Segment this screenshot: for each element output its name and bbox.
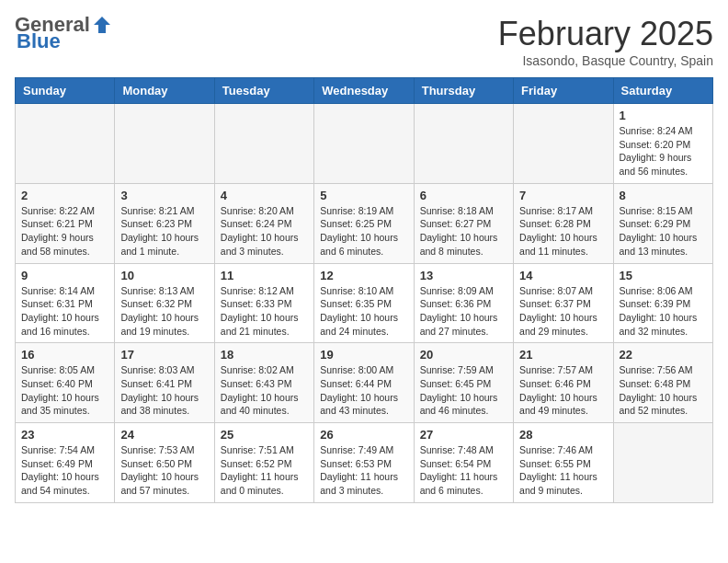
day-number: 1	[620, 109, 707, 122]
calendar-table: SundayMondayTuesdayWednesdayThursdayFrid…	[15, 77, 713, 503]
day-number: 23	[21, 428, 108, 442]
day-number: 7	[519, 189, 607, 202]
weekday-header: Thursday	[414, 78, 513, 104]
calendar-cell: 16Sunrise: 8:05 AM Sunset: 6:40 PM Dayli…	[16, 343, 115, 423]
calendar-cell: 22Sunrise: 7:56 AM Sunset: 6:48 PM Dayli…	[613, 343, 712, 423]
calendar-header-row: SundayMondayTuesdayWednesdayThursdayFrid…	[16, 78, 713, 104]
calendar-cell: 23Sunrise: 7:54 AM Sunset: 6:49 PM Dayli…	[16, 423, 115, 503]
calendar-cell: 5Sunrise: 8:19 AM Sunset: 6:25 PM Daylig…	[314, 183, 414, 263]
calendar-week-row: 23Sunrise: 7:54 AM Sunset: 6:49 PM Dayli…	[16, 423, 713, 503]
weekday-header: Wednesday	[314, 78, 414, 104]
day-info: Sunrise: 7:54 AM Sunset: 6:49 PM Dayligh…	[21, 443, 108, 498]
day-number: 24	[120, 428, 208, 442]
day-number: 4	[221, 189, 308, 202]
day-info: Sunrise: 7:48 AM Sunset: 6:54 PM Dayligh…	[420, 443, 507, 498]
calendar-cell: 24Sunrise: 7:53 AM Sunset: 6:50 PM Dayli…	[115, 423, 214, 503]
day-info: Sunrise: 8:17 AM Sunset: 6:28 PM Dayligh…	[519, 204, 607, 259]
day-info: Sunrise: 8:05 AM Sunset: 6:40 PM Dayligh…	[21, 363, 108, 418]
day-number: 5	[320, 189, 407, 202]
day-number: 9	[21, 269, 108, 282]
day-number: 3	[120, 189, 208, 202]
day-info: Sunrise: 7:46 AM Sunset: 6:55 PM Dayligh…	[519, 443, 607, 498]
day-info: Sunrise: 8:12 AM Sunset: 6:33 PM Dayligh…	[221, 284, 308, 339]
location: Isasondo, Basque Country, Spain	[498, 53, 713, 68]
title-block: February 2025 Isasondo, Basque Country, …	[498, 15, 713, 68]
calendar-cell	[613, 423, 712, 503]
day-number: 18	[221, 348, 308, 362]
day-number: 8	[620, 189, 707, 202]
day-info: Sunrise: 8:00 AM Sunset: 6:44 PM Dayligh…	[320, 363, 407, 418]
day-number: 25	[221, 428, 308, 442]
calendar-cell: 19Sunrise: 8:00 AM Sunset: 6:44 PM Dayli…	[314, 343, 414, 423]
day-info: Sunrise: 8:13 AM Sunset: 6:32 PM Dayligh…	[120, 284, 208, 339]
calendar-cell: 25Sunrise: 7:51 AM Sunset: 6:52 PM Dayli…	[214, 423, 313, 503]
day-info: Sunrise: 8:18 AM Sunset: 6:27 PM Dayligh…	[420, 204, 507, 259]
day-number: 20	[420, 348, 507, 362]
day-info: Sunrise: 7:53 AM Sunset: 6:50 PM Dayligh…	[120, 443, 208, 498]
day-info: Sunrise: 8:09 AM Sunset: 6:36 PM Dayligh…	[420, 284, 507, 339]
day-number: 22	[620, 348, 707, 362]
day-number: 10	[120, 269, 208, 282]
day-number: 16	[21, 348, 108, 362]
day-info: Sunrise: 8:19 AM Sunset: 6:25 PM Dayligh…	[320, 204, 407, 259]
day-number: 28	[519, 428, 607, 442]
calendar-cell: 1Sunrise: 8:24 AM Sunset: 6:20 PM Daylig…	[613, 104, 712, 184]
day-info: Sunrise: 8:22 AM Sunset: 6:21 PM Dayligh…	[21, 204, 108, 259]
day-number: 17	[120, 348, 208, 362]
calendar-week-row: 2Sunrise: 8:22 AM Sunset: 6:21 PM Daylig…	[16, 183, 713, 263]
calendar-cell: 2Sunrise: 8:22 AM Sunset: 6:21 PM Daylig…	[16, 183, 115, 263]
calendar-cell	[314, 104, 414, 184]
weekday-header: Monday	[115, 78, 214, 104]
calendar-cell: 27Sunrise: 7:48 AM Sunset: 6:54 PM Dayli…	[414, 423, 513, 503]
calendar-cell: 7Sunrise: 8:17 AM Sunset: 6:28 PM Daylig…	[514, 183, 613, 263]
weekday-header: Saturday	[613, 78, 712, 104]
day-number: 21	[519, 348, 607, 362]
calendar-cell: 9Sunrise: 8:14 AM Sunset: 6:31 PM Daylig…	[16, 263, 115, 343]
day-info: Sunrise: 8:06 AM Sunset: 6:39 PM Dayligh…	[620, 284, 707, 339]
day-info: Sunrise: 7:56 AM Sunset: 6:48 PM Dayligh…	[620, 363, 707, 418]
svg-marker-0	[94, 17, 110, 33]
day-info: Sunrise: 8:14 AM Sunset: 6:31 PM Dayligh…	[21, 284, 108, 339]
day-info: Sunrise: 8:03 AM Sunset: 6:41 PM Dayligh…	[120, 363, 208, 418]
logo: General Blue	[15, 15, 112, 52]
day-number: 13	[420, 269, 507, 282]
day-info: Sunrise: 7:57 AM Sunset: 6:46 PM Dayligh…	[519, 363, 607, 418]
day-number: 12	[320, 269, 407, 282]
calendar-cell: 20Sunrise: 7:59 AM Sunset: 6:45 PM Dayli…	[414, 343, 513, 423]
calendar-week-row: 16Sunrise: 8:05 AM Sunset: 6:40 PM Dayli…	[16, 343, 713, 423]
page-header: General Blue February 2025 Isasondo, Bas…	[15, 15, 713, 68]
day-number: 27	[420, 428, 507, 442]
day-info: Sunrise: 8:20 AM Sunset: 6:24 PM Dayligh…	[221, 204, 308, 259]
calendar-cell: 13Sunrise: 8:09 AM Sunset: 6:36 PM Dayli…	[414, 263, 513, 343]
calendar-cell	[414, 104, 513, 184]
calendar-cell	[115, 104, 214, 184]
calendar-cell: 28Sunrise: 7:46 AM Sunset: 6:55 PM Dayli…	[514, 423, 613, 503]
logo-icon	[92, 15, 112, 35]
calendar-cell: 15Sunrise: 8:06 AM Sunset: 6:39 PM Dayli…	[613, 263, 712, 343]
day-info: Sunrise: 8:15 AM Sunset: 6:29 PM Dayligh…	[620, 204, 707, 259]
calendar-week-row: 9Sunrise: 8:14 AM Sunset: 6:31 PM Daylig…	[16, 263, 713, 343]
calendar-cell	[214, 104, 313, 184]
day-number: 6	[420, 189, 507, 202]
calendar-cell: 10Sunrise: 8:13 AM Sunset: 6:32 PM Dayli…	[115, 263, 214, 343]
day-info: Sunrise: 8:24 AM Sunset: 6:20 PM Dayligh…	[620, 124, 707, 178]
calendar-cell	[16, 104, 115, 184]
calendar-cell: 18Sunrise: 8:02 AM Sunset: 6:43 PM Dayli…	[214, 343, 313, 423]
logo-blue: Blue	[17, 31, 61, 52]
day-number: 15	[620, 269, 707, 282]
calendar-cell: 4Sunrise: 8:20 AM Sunset: 6:24 PM Daylig…	[214, 183, 313, 263]
calendar-cell: 11Sunrise: 8:12 AM Sunset: 6:33 PM Dayli…	[214, 263, 313, 343]
day-number: 26	[320, 428, 407, 442]
month-title: February 2025	[498, 15, 713, 53]
day-number: 11	[221, 269, 308, 282]
day-number: 2	[21, 189, 108, 202]
calendar-cell: 12Sunrise: 8:10 AM Sunset: 6:35 PM Dayli…	[314, 263, 414, 343]
day-info: Sunrise: 8:07 AM Sunset: 6:37 PM Dayligh…	[519, 284, 607, 339]
day-info: Sunrise: 8:02 AM Sunset: 6:43 PM Dayligh…	[221, 363, 308, 418]
calendar-week-row: 1Sunrise: 8:24 AM Sunset: 6:20 PM Daylig…	[16, 104, 713, 184]
day-info: Sunrise: 8:21 AM Sunset: 6:23 PM Dayligh…	[120, 204, 208, 259]
calendar-cell: 14Sunrise: 8:07 AM Sunset: 6:37 PM Dayli…	[514, 263, 613, 343]
weekday-header: Friday	[514, 78, 613, 104]
day-info: Sunrise: 7:51 AM Sunset: 6:52 PM Dayligh…	[221, 443, 308, 498]
calendar-cell: 6Sunrise: 8:18 AM Sunset: 6:27 PM Daylig…	[414, 183, 513, 263]
